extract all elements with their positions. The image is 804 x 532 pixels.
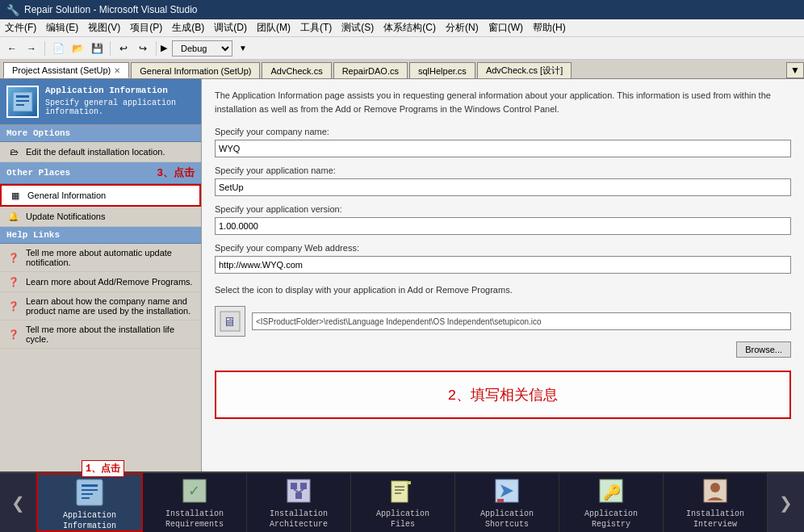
menu-item[interactable]: 窗口(W) (484, 19, 528, 36)
tab-label: Project Assistant (SetUp) (12, 65, 111, 75)
other-places-section: Other Places 3、点击 ▦ General Information … (0, 162, 201, 227)
sidebar-item-help4[interactable]: ❓ Tell me more about the installation li… (0, 320, 201, 349)
installation-architecture-label: InstallationArchitecture (270, 509, 328, 530)
open-button[interactable]: 📂 (69, 40, 86, 57)
sidebar-item-help1[interactable]: ❓ Tell me more about automatic update no… (0, 244, 201, 272)
tab-project-assistant[interactable]: Project Assistant (SetUp) ✕ (3, 62, 129, 78)
bottom-item-installation-interview[interactable]: InstallationInterview (664, 473, 768, 532)
toolbar-separator3 (156, 41, 157, 56)
sidebar-item-label: Update Notifications (26, 212, 105, 221)
svg-rect-16 (295, 492, 302, 499)
sidebar-item-help3[interactable]: ❓ Learn about how the company name and p… (0, 292, 201, 320)
annotation-label-2: 2、填写相关信息 (448, 387, 559, 404)
menu-item[interactable]: 调试(D) (209, 19, 252, 36)
sidebar-item-update-notifications[interactable]: 🔔 Update Notifications (0, 207, 201, 227)
sidebar-item-general-information[interactable]: ▦ General Information (0, 184, 201, 207)
tab-advcheck-design[interactable]: AdvCheck.cs [设计] (477, 62, 572, 78)
installation-architecture-icon (284, 476, 313, 505)
next-arrow-button[interactable]: ❯ (768, 473, 804, 532)
new-button[interactable]: 📄 (49, 40, 67, 57)
tab-sqlhelper[interactable]: sqlHelper.cs (409, 62, 475, 78)
menu-item[interactable]: 视图(V) (83, 19, 125, 36)
menu-item[interactable]: 分析(N) (441, 19, 484, 36)
svg-rect-1 (16, 95, 29, 98)
menu-item[interactable]: 生成(B) (167, 19, 209, 36)
tab-advcheck[interactable]: AdvCheck.cs (262, 62, 331, 78)
toolbar-separator (44, 41, 45, 56)
menu-item[interactable]: 帮助(H) (528, 19, 571, 36)
install-arch-icon (284, 476, 313, 505)
application-shortcuts-icon (492, 476, 521, 505)
debug-mode-select[interactable]: Debug Release (172, 40, 232, 57)
company-name-input[interactable] (215, 140, 791, 157)
bottom-item-application-registry[interactable]: 🔑 ApplicationRegistry (559, 473, 664, 532)
redo-button[interactable]: ↪ (134, 40, 152, 57)
menu-item[interactable]: 工具(T) (295, 19, 337, 36)
forward-button[interactable]: → (23, 40, 40, 57)
toolbar-separator2 (110, 41, 111, 56)
sidebar-item-label: Tell me more about automatic update noti… (26, 248, 195, 267)
bottom-items: 1、点击 ApplicationInformation ✓ (36, 473, 768, 532)
application-registry-icon: 🔑 (597, 476, 626, 505)
svg-rect-15 (300, 483, 307, 489)
menu-item[interactable]: 测试(S) (337, 19, 379, 36)
app-info-icon (6, 86, 39, 118)
app-files-icon (388, 476, 417, 505)
sidebar-item-help2[interactable]: ❓ Learn more about Add/Remove Programs. (0, 272, 201, 292)
bell-icon: 🔔 (6, 211, 21, 222)
web-address-input[interactable] (215, 256, 791, 274)
svg-point-31 (710, 483, 720, 492)
prev-arrow-button[interactable]: ❮ (0, 473, 36, 532)
app-info-block: Application Information Specify general … (0, 79, 201, 125)
app-info-svg (11, 90, 34, 113)
svg-text:🔑: 🔑 (603, 484, 622, 501)
menu-item[interactable]: 编辑(E) (41, 19, 83, 36)
application-registry-label: ApplicationRegistry (584, 509, 638, 530)
install-interview-icon (701, 476, 730, 505)
svg-rect-10 (82, 497, 90, 499)
start-label: ▶ (161, 43, 167, 53)
undo-button[interactable]: ↩ (115, 40, 132, 57)
bottom-item-installation-requirements[interactable]: ✓ InstallationRequirements (143, 473, 247, 532)
bottom-item-application-files[interactable]: ApplicationFiles (351, 473, 455, 532)
browse-button[interactable]: Browse... (736, 341, 791, 358)
svg-text:🖥: 🖥 (223, 315, 236, 329)
toolbar-extra[interactable]: ▼ (234, 40, 252, 57)
app-info-title: Application Information (45, 86, 195, 95)
app-info-subtitle: Specify general application information. (45, 98, 195, 116)
bottom-item-app-information[interactable]: 1、点击 ApplicationInformation (36, 473, 143, 532)
icon-path-input[interactable] (252, 312, 791, 330)
sidebar: Application Information Specify general … (0, 79, 202, 471)
tab-label: RepairDAO.cs (342, 66, 399, 76)
svg-rect-2 (16, 100, 29, 102)
menu-item[interactable]: 体系结构(C) (379, 19, 441, 36)
sidebar-item-default-location[interactable]: 🗁 Edit the default installation location… (0, 142, 201, 162)
app-version-input[interactable] (215, 217, 791, 235)
svg-rect-22 (395, 486, 404, 488)
bottom-item-installation-architecture[interactable]: InstallationArchitecture (247, 473, 351, 532)
annotation-fill-info: 2、填写相关信息 (215, 371, 791, 419)
menu-bar: const menuData = JSON.parse(document.get… (0, 19, 804, 37)
save-button[interactable]: 💾 (88, 40, 106, 57)
menu-item[interactable]: 项目(P) (125, 19, 167, 36)
menu-item[interactable]: 文件(F) (0, 19, 41, 36)
annotation-click-3: 3、点击 (157, 165, 195, 180)
tab-general-information[interactable]: General Information (SetUp) (131, 62, 260, 78)
svg-rect-6 (77, 480, 103, 505)
app-info-bottom-icon (75, 478, 104, 507)
help-links-header: Help Links (0, 227, 201, 244)
app-registry-icon: 🔑 (597, 476, 626, 505)
installation-interview-label: InstallationInterview (686, 509, 744, 530)
icon-section-label: Select the icon to display with your app… (215, 285, 791, 295)
back-button[interactable]: ← (3, 40, 21, 57)
tab-label: sqlHelper.cs (418, 66, 467, 76)
app-name-input[interactable] (215, 178, 791, 196)
tab-bar: Project Assistant (SetUp) ✕ General Info… (0, 60, 804, 79)
bottom-item-application-shortcuts[interactable]: ApplicationShortcuts (455, 473, 559, 532)
tab-repairdao[interactable]: RepairDAO.cs (333, 62, 408, 78)
tab-overflow-button[interactable]: ▼ (786, 62, 804, 78)
menu-item[interactable]: 团队(M) (252, 19, 295, 36)
tab-label: General Information (SetUp) (140, 66, 251, 76)
tab-close-icon[interactable]: ✕ (114, 66, 120, 75)
window-title: Repair Solution - Microsoft Visual Studi… (24, 4, 198, 15)
